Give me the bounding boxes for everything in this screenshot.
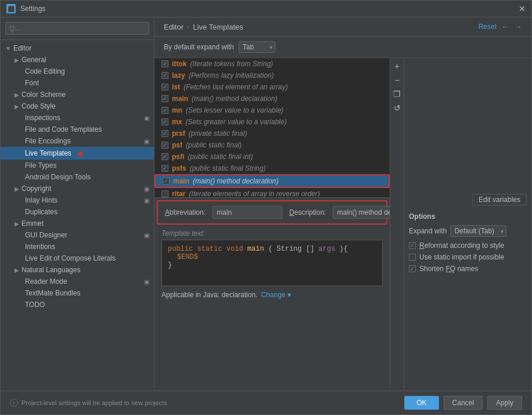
sidebar-item-editor[interactable]: ▼ Editor <box>1 42 154 54</box>
template-checkbox-psf[interactable]: ✓ <box>161 142 168 149</box>
options-title: Options <box>409 212 527 221</box>
template-item-lst[interactable]: ✓ lst (Fetches last element of an array) <box>154 81 390 93</box>
template-checkbox-lazy[interactable]: ✓ <box>161 72 168 79</box>
search-box <box>1 17 154 40</box>
template-item-ittok[interactable]: ✓ ittok (Iterate tokens from String) <box>154 58 390 70</box>
code-editor[interactable]: public static void main ( String [] args… <box>161 240 383 286</box>
dialog-footer: i Project-level settings will be applied… <box>1 391 531 414</box>
sidebar-item-reader-mode[interactable]: Reader Mode ▣ <box>1 276 154 287</box>
template-item-main1[interactable]: ✓ main (main() method declaration) <box>154 93 390 104</box>
sidebar-item-general[interactable]: ▶ General <box>1 54 154 66</box>
expand-arrow-editor: ▼ <box>5 45 11 52</box>
template-desc-lst: (Fetches last element of an array) <box>184 83 287 91</box>
template-item-ritar[interactable]: ritar (Iterate elements of array in reve… <box>154 188 390 197</box>
expand-with-select[interactable]: Tab Enter Space <box>239 41 275 53</box>
sidebar-item-gui-designer[interactable]: GUI Designer ▣ <box>1 229 154 241</box>
kw-closing-brace: } <box>168 261 172 269</box>
template-item-mx[interactable]: ✓ mx (Sets greater value to a variable) <box>154 116 390 128</box>
description-label: Description: <box>289 208 326 216</box>
sidebar-item-font[interactable]: Font <box>1 77 154 89</box>
ok-button[interactable]: OK <box>404 396 438 410</box>
cancel-button[interactable]: Cancel <box>444 396 483 410</box>
inspections-badge: ▣ <box>144 115 149 121</box>
template-item-psfi[interactable]: ✓ psfi (public static final int) <box>154 151 390 163</box>
templates-list: ✓ ittok (Iterate tokens from String) ✓ l… <box>154 58 390 197</box>
template-item-psf[interactable]: ✓ psf (public static final) <box>154 139 390 151</box>
edit-variables-container: Edit variables <box>404 192 531 208</box>
sidebar-item-inlay-hints[interactable]: Inlay Hints ▣ <box>1 194 154 206</box>
sidebar-item-duplicates[interactable]: Duplicates <box>1 206 154 218</box>
template-desc-main1: (main() method declaration) <box>192 95 277 103</box>
forward-button[interactable]: → <box>514 22 522 31</box>
template-checkbox-ittok[interactable]: ✓ <box>161 60 168 67</box>
kw-normal2: ){ <box>339 245 347 253</box>
abbreviation-input[interactable] <box>213 206 282 219</box>
abbreviation-label: Abbreviation: <box>165 208 206 216</box>
sidebar-item-intentions[interactable]: Intentions <box>1 241 154 252</box>
expand-with-option-wrapper: Default (Tab) Tab Enter Space <box>450 225 506 237</box>
expand-with-option-select[interactable]: Default (Tab) Tab Enter Space <box>450 225 506 237</box>
template-checkbox-main-selected[interactable]: ✓ <box>163 178 170 185</box>
kw-normal1: ( <box>268 245 272 253</box>
template-item-mn[interactable]: ✓ mn (Sets lesser value to a variable) <box>154 104 390 116</box>
template-checkbox-mx[interactable]: ✓ <box>161 118 168 125</box>
kw-end-line: $END$ <box>168 253 198 261</box>
sidebar-item-live-templates[interactable]: Live Templates ◀ <box>1 147 154 160</box>
template-desc-ritar: (Iterate elements of array in reverse or… <box>189 190 319 197</box>
sidebar-item-inspections[interactable]: Inspections ▣ <box>1 112 154 124</box>
sidebar-item-file-code-templates[interactable]: File and Code Templates <box>1 124 154 135</box>
copy-template-button[interactable]: ❒ <box>391 88 403 100</box>
search-input[interactable] <box>5 22 149 35</box>
static-import-checkbox[interactable] <box>409 254 416 261</box>
reformat-label: Reformat according to style <box>419 241 504 250</box>
template-item-main-selected[interactable]: ✓ main (main() method declaration) <box>154 174 390 188</box>
add-template-button[interactable]: + <box>391 60 403 72</box>
info-icon: i <box>10 399 18 407</box>
back-button[interactable]: ← <box>501 22 509 31</box>
template-item-lazy[interactable]: ✓ lazy (Performs lazy initialization) <box>154 70 390 81</box>
template-desc-ittok: (Iterate tokens from String) <box>190 60 273 68</box>
gui-designer-badge: ▣ <box>144 232 149 239</box>
template-checkbox-lst[interactable]: ✓ <box>161 84 168 91</box>
template-checkbox-main1[interactable]: ✓ <box>161 95 168 102</box>
main-content: Editor › Live Templates Reset ← → By def… <box>154 17 531 391</box>
description-input[interactable] <box>333 206 390 219</box>
sidebar-item-natural-languages[interactable]: ▶ Natural Languages <box>1 264 154 276</box>
kw-static: static <box>197 245 222 253</box>
sidebar-item-textmate-bundles[interactable]: TextMate Bundles <box>1 287 154 299</box>
remove-template-button[interactable]: − <box>391 74 403 86</box>
reformat-checkbox[interactable]: ✓ <box>409 242 416 249</box>
sidebar-item-file-types[interactable]: File Types <box>1 160 154 171</box>
template-abbr-lazy: lazy <box>172 71 185 80</box>
template-checkbox-psfs[interactable]: ✓ <box>161 165 168 172</box>
close-button[interactable]: ✕ <box>519 4 526 13</box>
reset-button[interactable]: Reset <box>479 23 497 31</box>
template-abbr-prsf: prsf <box>172 129 185 138</box>
apply-button[interactable]: Apply <box>487 396 522 410</box>
template-checkbox-psfi[interactable]: ✓ <box>161 153 168 160</box>
template-checkbox-prsf[interactable]: ✓ <box>161 130 168 137</box>
sidebar-item-label-reader-mode: Reader Mode <box>25 277 67 286</box>
breadcrumb-parent: Editor <box>164 23 184 31</box>
reader-mode-badge: ▣ <box>144 279 149 285</box>
shorten-checkbox[interactable]: ✓ <box>409 265 416 272</box>
template-checkbox-mn[interactable]: ✓ <box>161 107 168 114</box>
reset-template-button[interactable]: ↺ <box>391 102 403 114</box>
kw-void: void <box>227 245 243 253</box>
sidebar-item-code-editing[interactable]: Code Editing <box>1 66 154 77</box>
sidebar-item-copyright[interactable]: ▶ Copyright ▣ <box>1 183 154 194</box>
sidebar-item-color-scheme[interactable]: ▶ Color Scheme <box>1 89 154 100</box>
sidebar-item-label-gui-designer: GUI Designer <box>25 231 67 239</box>
sidebar-item-android-design-tools[interactable]: Android Design Tools <box>1 171 154 183</box>
template-checkbox-ritar[interactable] <box>161 190 168 197</box>
sidebar-item-todo[interactable]: TODO <box>1 299 154 311</box>
sidebar-item-file-encodings[interactable]: File Encodings ▣ <box>1 135 154 147</box>
sidebar-item-code-style[interactable]: ▶ Code Style <box>1 100 154 112</box>
template-item-prsf[interactable]: ✓ prsf (private static final) <box>154 128 390 139</box>
sidebar-item-live-edit-compose[interactable]: Live Edit of Compose Literals <box>1 252 154 264</box>
file-encodings-badge: ▣ <box>144 138 149 145</box>
change-link[interactable]: Change ▾ <box>261 291 290 299</box>
edit-variables-button[interactable]: Edit variables <box>472 194 527 205</box>
sidebar-item-emmet[interactable]: ▶ Emmet <box>1 218 154 229</box>
template-item-psfs[interactable]: ✓ psfs (public static final String) <box>154 163 390 174</box>
